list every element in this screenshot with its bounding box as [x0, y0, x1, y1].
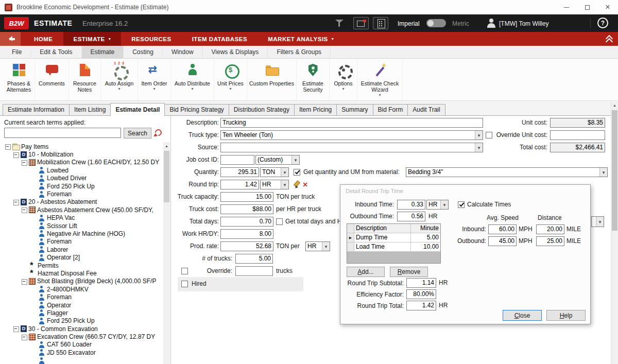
scrollbar-thumb[interactable] — [612, 110, 617, 231]
source-combo[interactable] — [220, 143, 483, 152]
scroll-up-icon[interactable] — [611, 101, 618, 109]
tree-item[interactable]: Operator [2] — [0, 253, 163, 261]
tree-item[interactable]: Ford 250 Pick Up — [0, 182, 163, 190]
tree-item[interactable]: Hazmat Disposal Fee — [0, 269, 163, 277]
tree-item[interactable]: Lowbed — [0, 166, 163, 174]
ribbon-button[interactable]: Comments — [35, 59, 69, 100]
tree-item[interactable]: Negative Air Machine (HOG) — [0, 230, 163, 237]
tree-item[interactable]: Lowbed Driver — [0, 175, 163, 182]
tree-item[interactable]: 10 - Mobilization — [0, 150, 163, 158]
grid-row[interactable]: Dump Time 5.00 — [347, 233, 440, 242]
main-scrollbar[interactable] — [611, 101, 618, 364]
back-button[interactable] — [0, 32, 21, 46]
calculator-button[interactable] — [373, 17, 388, 29]
tree-expander-icon[interactable] — [22, 335, 27, 339]
ribbon-button[interactable]: Unit Prices — [214, 59, 247, 100]
tree-expander-icon[interactable] — [13, 326, 19, 331]
tree-item[interactable]: Ford 250 Pick Up — [0, 317, 163, 325]
remove-button[interactable]: Remove — [390, 267, 428, 277]
clear-round-trip-icon[interactable] — [303, 180, 307, 189]
quantity-um-combo[interactable]: TON — [260, 167, 289, 177]
tree-item[interactable]: Laborer — [0, 246, 163, 253]
search-input[interactable] — [4, 128, 121, 138]
current-user[interactable]: [TMW] Tom Willey — [499, 20, 548, 27]
override-unit-cost-field[interactable] — [550, 130, 605, 140]
calculate-times-checkbox[interactable] — [458, 201, 465, 208]
ribbon-button[interactable]: Item Order — [138, 59, 171, 100]
hired-checkbox[interactable] — [181, 281, 188, 287]
round-trip-um-combo[interactable]: HR — [260, 180, 289, 189]
view-tab[interactable]: Summary — [336, 104, 373, 115]
tree-item[interactable]: 20 - Asbestos Abatement — [0, 198, 163, 206]
total-days-checkbox[interactable] — [276, 218, 283, 225]
tree-item[interactable]: Flagger — [0, 309, 163, 317]
ribbon-button[interactable]: Auto Distribute — [171, 59, 214, 100]
work-hr-dy-field[interactable]: 8.00 — [220, 229, 273, 239]
ribbon-button[interactable]: Auto Assign — [101, 59, 138, 100]
scroll-up-icon[interactable] — [163, 142, 170, 150]
edit-round-trip-icon[interactable] — [293, 180, 300, 189]
tree-item[interactable]: Permits — [0, 262, 163, 269]
tree-item[interactable]: Operator — [0, 301, 163, 309]
dropdown-icon[interactable] — [596, 217, 604, 227]
view-tab[interactable]: Bid Form — [373, 104, 408, 115]
tree-item[interactable] — [0, 357, 163, 364]
help-button[interactable]: ? — [597, 18, 608, 28]
material-combo[interactable]: Bedding 3/4" — [406, 167, 608, 177]
ribbon-button[interactable]: Options — [330, 59, 357, 100]
grid-cell-description[interactable]: Load Time — [354, 242, 411, 251]
tree-item[interactable]: 30 - Common Excavation — [0, 325, 163, 333]
menu-tab[interactable]: Costing — [124, 46, 163, 58]
grid-cell-minute[interactable]: 10.00 — [411, 242, 440, 251]
tree-expander-icon[interactable] — [13, 200, 19, 204]
view-tab[interactable]: Audit Trail — [407, 104, 445, 115]
menu-tab[interactable]: Estimate — [82, 46, 124, 58]
clear-search-icon[interactable] — [153, 128, 163, 137]
override-unit-cost-checkbox[interactable] — [486, 132, 492, 138]
menu-tab[interactable]: Views & Displays — [203, 46, 268, 58]
dropdown-icon[interactable] — [475, 143, 483, 152]
tree-expander-icon[interactable] — [13, 152, 19, 157]
prod-rate-field[interactable]: 52.68 — [220, 241, 273, 251]
truck-capacity-field[interactable]: 15.00 — [220, 192, 273, 202]
prod-rate-um-combo[interactable]: HR — [305, 241, 330, 251]
outbound-speed-field[interactable]: 45.00 — [488, 236, 517, 246]
tree-item[interactable]: Foreman — [0, 190, 163, 198]
tree-item[interactable]: Scissor Lift — [0, 222, 163, 230]
tree-item[interactable]: HEPA Vac — [0, 214, 163, 222]
grid-row[interactable]: Load Time 10.00 — [347, 242, 440, 252]
dropdown-icon[interactable] — [599, 168, 607, 177]
truck-cost-field[interactable]: $88.00 — [220, 204, 273, 214]
tree-item[interactable]: CAT 560 Loader — [0, 341, 163, 349]
collapse-ribbon-button[interactable] — [606, 35, 613, 43]
tree-item[interactable]: 2-4800DHMKV — [0, 285, 163, 293]
obscured-combo[interactable] — [591, 216, 604, 227]
outbound-time-field[interactable]: 0.56 — [397, 212, 425, 221]
tree-scrollbar[interactable] — [163, 142, 170, 364]
close-button[interactable]: Close — [503, 310, 542, 321]
ribbon-button[interactable]: Estimate Check Wizard — [357, 59, 403, 100]
tree-expander-icon[interactable] — [22, 279, 27, 284]
tree-item[interactable]: Mobilization Crew (1.60 EACH/DY, 12.50 D… — [0, 159, 163, 166]
outbound-distance-field[interactable]: 25.00 — [536, 236, 564, 246]
job-cost-preset-combo[interactable]: (Custom) — [255, 155, 300, 165]
tree-item[interactable]: JD 550 Excavator — [0, 349, 163, 356]
filter-icon[interactable] — [335, 19, 344, 27]
grid-cell-minute[interactable]: 5.00 — [411, 233, 440, 242]
dropdown-icon[interactable] — [475, 131, 483, 140]
tree-expander-icon[interactable] — [22, 160, 27, 165]
tree-item[interactable]: Foreman — [0, 238, 163, 246]
truck-type-combo[interactable]: Ten Wheeler (Ton) — [220, 130, 483, 140]
tree-expander-icon[interactable] — [22, 207, 27, 212]
tree-item[interactable]: Pay Items — [0, 143, 163, 150]
total-days-field[interactable]: 0.70 — [220, 217, 273, 227]
view-tab[interactable]: Estimate Detail — [110, 103, 165, 116]
menu-tab[interactable]: File — [3, 46, 31, 58]
menu-tab[interactable]: Edit & Tools — [31, 46, 81, 58]
view-tab[interactable]: Estimate Information — [3, 104, 70, 115]
nav-item[interactable]: HOME — [24, 32, 63, 46]
view-tab[interactable]: Item Listing — [69, 104, 111, 115]
tree-item[interactable]: Excavation Crew (660.57 CY/DY, 12.87 DY — [0, 333, 163, 340]
dropdown-icon[interactable] — [322, 242, 330, 251]
help-button[interactable]: Help — [546, 310, 586, 321]
